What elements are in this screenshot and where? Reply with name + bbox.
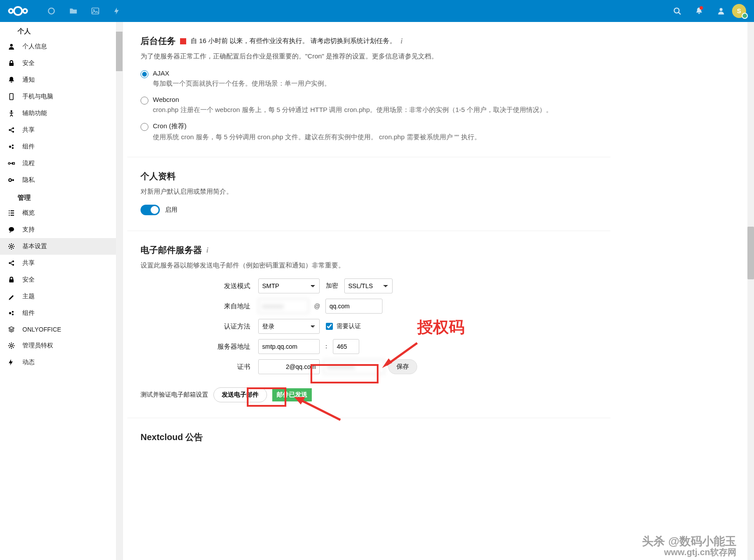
section-background-tasks: 后台任务 自 16 小时前 以来，有些作业没有执行。 请考虑切换到系统计划任务。… [127,22,610,157]
svg-rect-9 [9,63,14,66]
sidebar-item-personal-info[interactable]: 个人信息 [0,38,123,55]
svg-point-11 [11,110,12,112]
encrypt-label: 加密 [323,282,341,290]
sidebar-item-label: 隐私 [22,176,35,184]
svg-point-15 [9,146,11,148]
svg-rect-26 [9,279,14,282]
logo[interactable] [4,4,32,18]
from-label: 来自地址 [141,302,255,311]
auth-required-checkbox[interactable] [326,323,333,330]
lock-icon [7,276,16,283]
watermark-2: www.gtj.cn软存网 [664,546,736,558]
sidebar-item-admin-sharing[interactable]: 共享 [0,255,123,271]
svg-point-16 [12,145,14,146]
radio-ajax[interactable] [141,70,148,78]
sidebar-item-privacy[interactable]: 隐私 [0,172,123,188]
sidebar-item-label: 基本设置 [22,242,47,250]
radio-label: Webcron [153,96,552,103]
svg-point-25 [12,264,14,266]
sidebar-item-flow[interactable]: 流程 [0,155,123,172]
cert-password-input[interactable] [323,359,385,374]
files-app-icon[interactable] [62,0,84,22]
user-avatar[interactable]: S [732,4,746,18]
sidebar-item-basic-settings[interactable]: 基本设置 [0,238,123,255]
send-test-email-button[interactable]: 发送电子邮件 [213,387,267,402]
svg-point-21 [9,227,14,231]
radio-cron[interactable] [141,123,148,131]
sidebar-scrollbar[interactable] [116,22,123,560]
sidebar-item-label: 支持 [22,226,35,234]
email-desc: 设置此服务器以能够发送电子邮件（例如密码重置和通知）非常重要。 [141,261,597,270]
sidebar-item-activity[interactable]: 动态 [0,354,123,371]
info-icon[interactable]: i [206,246,208,254]
sidebar-section-admin: 管理 [0,188,123,205]
sidebar-item-mobile[interactable]: 手机与电脑 [0,88,123,105]
sidebar-item-groupware[interactable]: 组件 [0,138,123,155]
sidebar-item-label: 概览 [22,209,35,217]
sidebar-item-notifications[interactable]: 通知 [0,72,123,88]
status-indicator-icon [180,38,186,44]
activity-app-icon[interactable] [106,0,128,22]
sidebar-item-admin-privileges[interactable]: 管理员特权 [0,337,123,354]
radio-webcron[interactable] [141,97,148,105]
sidebar-item-label: 共享 [22,259,35,267]
radio-desc: 每加载一个页面就执行一个任务。使用场景：单一用户实例。 [153,79,331,88]
sidebar-item-label: 安全 [22,276,35,284]
sidebar-item-admin-groupware[interactable]: 组件 [0,305,123,322]
sidebar-item-label: 辅助功能 [22,109,47,117]
profile-enable-toggle[interactable] [141,205,160,215]
sidebar-item-label: 个人信息 [22,43,47,51]
profile-title: 个人资料 [141,170,597,182]
gear-icon [7,342,16,349]
server-address-input[interactable] [258,339,320,354]
flow-icon [7,160,16,167]
sidebar-item-admin-security[interactable]: 安全 [0,271,123,288]
sidebar-item-overview[interactable]: 概览 [0,205,123,221]
send-mode-select[interactable]: SMTP [258,278,320,293]
server-label: 服务器地址 [141,343,255,351]
cron-option-ajax[interactable]: AJAX每加载一个页面就执行一个任务。使用场景：单一用户实例。 [141,69,597,88]
sidebar-item-accessibility[interactable]: 辅助功能 [0,105,123,122]
from-user-input[interactable] [258,299,309,314]
bg-tasks-desc: 为了使服务器正常工作，正确配置后台作业是很重要的。"Cron" 是推荐的设置。更… [141,52,597,61]
svg-point-22 [11,246,13,248]
page-scrollbar[interactable] [747,22,754,560]
layers-icon [7,326,16,333]
lock-icon [7,60,16,67]
dashboard-app-icon[interactable] [40,0,62,22]
svg-point-29 [12,314,14,315]
gear-icon [7,243,16,250]
contacts-icon[interactable] [710,0,732,22]
sidebar-item-sharing[interactable]: 共享 [0,122,123,138]
cert-label: 证书 [141,363,255,371]
save-button[interactable]: 保存 [388,359,417,374]
server-port-input[interactable] [333,339,359,354]
encrypt-select[interactable]: SSL/TLS [344,278,393,293]
cert-user-input[interactable] [258,359,320,374]
toggle-label: 启用 [165,206,177,214]
svg-point-27 [9,312,11,314]
test-result-badge: 邮件已发送 [272,388,312,401]
svg-point-23 [9,262,11,264]
key-icon [7,177,16,184]
sidebar-item-support[interactable]: 支持 [0,221,123,238]
photos-app-icon[interactable] [84,0,106,22]
notifications-icon[interactable] [688,0,710,22]
cron-option-cron[interactable]: Cron (推荐)使用系统 cron 服务，每 5 分钟调用 cron.php … [141,122,597,141]
auth-method-select[interactable]: 登录 [258,319,320,334]
svg-point-6 [674,8,679,13]
sidebar-item-label: 组件 [22,309,35,317]
list-icon [7,210,16,217]
sidebar-item-security[interactable]: 安全 [0,55,123,72]
svg-point-12 [9,129,11,131]
from-domain-input[interactable] [325,299,382,314]
send-mode-label: 发送模式 [141,282,255,290]
sidebar-item-theming[interactable]: 主题 [0,288,123,305]
sidebar-item-label: ONLYOFFICE [22,326,61,333]
info-icon[interactable]: i [400,37,402,45]
cron-option-webcron[interactable]: Webcroncron.php 注册在一个 webcron 服务上，每 5 分钟… [141,96,597,114]
sidebar-item-onlyoffice[interactable]: ONLYOFFICE [0,322,123,337]
search-icon[interactable] [666,0,688,22]
chat-icon [7,226,16,233]
sidebar-item-label: 组件 [22,143,35,151]
